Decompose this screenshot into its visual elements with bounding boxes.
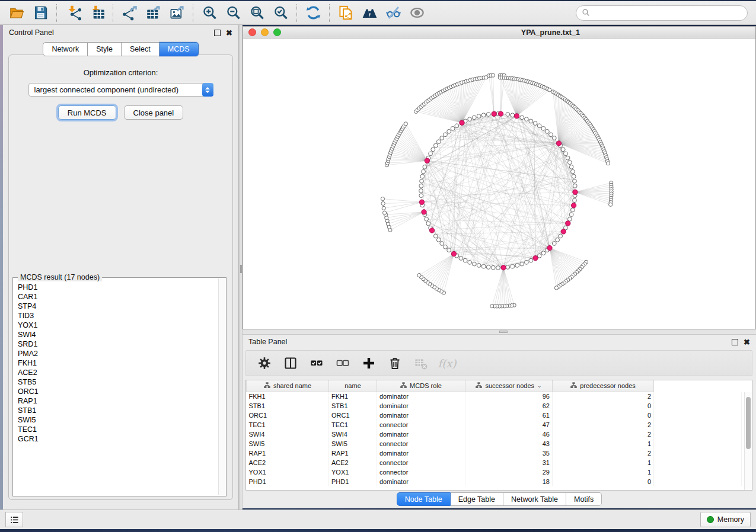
close-panel-icon[interactable]: ✖ [744, 339, 750, 345]
network-node[interactable] [573, 198, 577, 203]
optimization-criterion-select[interactable]: largest connected component (undirected) [28, 83, 213, 97]
network-node[interactable] [477, 264, 481, 268]
network-node[interactable] [468, 117, 472, 121]
column-header-MCDS-role[interactable]: MCDS role [377, 380, 465, 392]
mcds-node[interactable] [514, 114, 519, 118]
network-node[interactable] [506, 113, 510, 117]
network-node[interactable] [433, 234, 438, 238]
deselect-all-button[interactable] [331, 352, 354, 374]
tab-network-table[interactable]: Network Table [503, 492, 566, 506]
network-node[interactable] [447, 248, 451, 252]
mcds-node-item[interactable]: FKH1 [14, 358, 218, 368]
network-node[interactable] [455, 124, 459, 128]
import-network-button[interactable] [61, 3, 85, 23]
network-node[interactable] [481, 264, 486, 268]
splitter-handle[interactable] [499, 331, 508, 333]
table-row[interactable]: FKH1FKH1dominator962 [247, 392, 742, 401]
task-history-button[interactable] [5, 512, 23, 527]
mcds-node-item[interactable]: PHD1 [14, 283, 218, 292]
network-node[interactable] [549, 133, 553, 137]
close-window-icon[interactable] [248, 28, 256, 36]
network-node[interactable] [515, 264, 519, 268]
mcds-node-item[interactable]: ORC1 [14, 387, 218, 396]
tab-mcds[interactable]: MCDS [160, 42, 199, 56]
export-network-button[interactable] [117, 3, 141, 23]
network-node[interactable] [561, 148, 565, 152]
network-node[interactable] [420, 179, 424, 183]
table-row[interactable]: ACE2ACE2connector311 [247, 458, 742, 467]
table-row[interactable]: YOX1YOX1connector291 [247, 467, 742, 477]
network-node[interactable] [506, 265, 510, 270]
export-table-button[interactable] [141, 3, 165, 23]
network-node[interactable] [552, 242, 556, 246]
find-binoculars-button[interactable] [358, 3, 381, 23]
mcds-node-item[interactable]: ACE2 [14, 368, 218, 377]
network-node[interactable] [529, 258, 533, 262]
mcds-node[interactable] [501, 265, 506, 270]
network-titlebar[interactable]: YPA_prune.txt_1 [243, 27, 755, 39]
split-panel-button[interactable] [279, 352, 302, 374]
mcds-node[interactable] [533, 256, 538, 261]
network-node[interactable] [529, 119, 533, 123]
network-node[interactable] [573, 179, 577, 183]
column-header-name[interactable]: name [329, 380, 377, 392]
zoom-in-button[interactable] [197, 3, 221, 23]
tab-edge-table[interactable]: Edge Table [451, 492, 503, 506]
network-leaf-node[interactable] [609, 203, 613, 206]
zoom-fit-button[interactable] [245, 3, 269, 23]
table-row[interactable]: SWI4SWI4dominator462 [247, 430, 742, 439]
open-file-button[interactable] [5, 3, 28, 23]
table-row[interactable]: RAP1RAP1dominator352 [247, 448, 742, 458]
network-leaf-node[interactable] [606, 162, 610, 165]
network-node[interactable] [541, 251, 546, 255]
preview-eye-button[interactable] [405, 3, 429, 23]
table-row[interactable]: ORC1ORC1dominator610 [247, 411, 742, 420]
network-node[interactable] [477, 114, 481, 118]
mcds-node-item[interactable]: GCR1 [14, 434, 218, 444]
network-node[interactable] [486, 265, 490, 270]
network-node[interactable] [419, 194, 423, 198]
column-header-successor-nodes[interactable]: successor nodes⌄ [465, 380, 553, 392]
horizontal-splitter[interactable] [243, 329, 756, 334]
network-node[interactable] [559, 234, 563, 238]
network-node[interactable] [423, 165, 427, 169]
network-canvas[interactable] [243, 39, 755, 329]
network-node[interactable] [433, 143, 438, 148]
refresh-layout-button[interactable] [301, 3, 325, 23]
network-leaf-node[interactable] [490, 305, 494, 308]
network-node[interactable] [419, 189, 423, 193]
network-node[interactable] [552, 136, 556, 140]
memory-button[interactable]: Memory [700, 512, 751, 527]
table-row[interactable]: SWI5SWI5connector431 [247, 439, 742, 448]
scrollbar-thumb[interactable] [746, 397, 751, 449]
close-panel-button[interactable]: Close panel [124, 105, 184, 120]
mcds-node[interactable] [573, 190, 578, 194]
settings-gear-button[interactable] [253, 352, 276, 374]
table-row[interactable]: PHD1PHD1dominator180 [247, 477, 742, 486]
network-node[interactable] [564, 152, 568, 156]
network-search-box[interactable] [576, 5, 748, 21]
close-panel-icon[interactable]: ✖ [226, 30, 232, 36]
mcds-node[interactable] [566, 221, 570, 226]
tab-motifs[interactable]: Motifs [566, 492, 602, 506]
network-node[interactable] [572, 174, 576, 178]
network-node[interactable] [524, 117, 528, 121]
network-node[interactable] [440, 136, 444, 140]
column-header-predecessor-nodes[interactable]: predecessor nodes [553, 380, 654, 392]
network-node[interactable] [472, 116, 476, 120]
network-graph[interactable] [243, 39, 755, 329]
network-leaf-node[interactable] [381, 197, 384, 201]
clone-network-button[interactable] [334, 3, 358, 23]
network-node[interactable] [556, 238, 560, 242]
network-leaf-node[interactable] [417, 274, 421, 277]
save-session-button[interactable] [28, 3, 52, 23]
tab-select[interactable]: Select [122, 42, 160, 56]
mcds-node[interactable] [561, 229, 566, 234]
select-all-button[interactable] [305, 352, 328, 374]
zoom-selected-button[interactable] [269, 3, 292, 23]
mcds-node[interactable] [451, 251, 456, 256]
network-node[interactable] [431, 148, 435, 152]
minimize-window-icon[interactable] [261, 28, 269, 36]
network-node[interactable] [571, 208, 575, 212]
mcds-node[interactable] [429, 228, 434, 233]
